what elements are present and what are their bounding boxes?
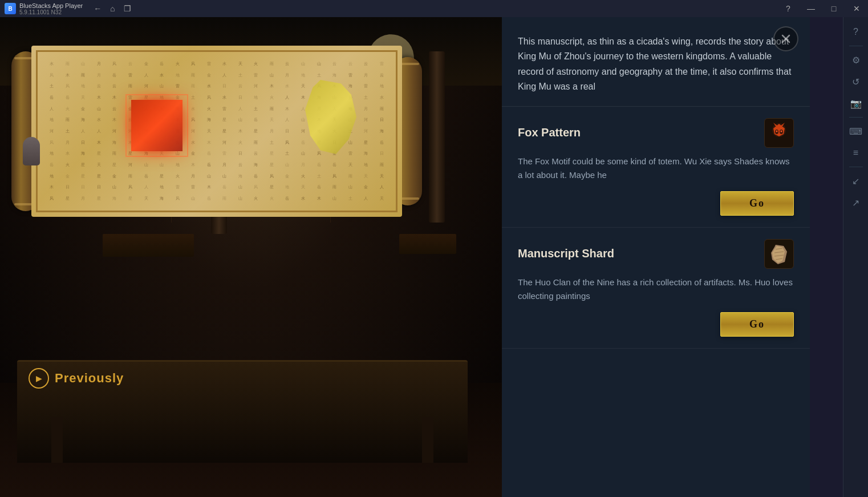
- title-nav: ← ⌂ ❐: [87, 2, 137, 15]
- item-card-fox-pattern: Fox Pattern: [502, 107, 810, 228]
- back-button[interactable]: ←: [91, 2, 104, 15]
- app-version: 5.9.11.1001 N32: [19, 9, 83, 15]
- home-button[interactable]: ⌂: [106, 2, 119, 15]
- main-container: 水雨山月风云金岳火风雷水天火雨云山山云云云雷风木雨月岳雷人水地雨金人土雷山月地土…: [0, 17, 811, 497]
- app-logo: B BlueStacks App Player 5.9.11.1001 N32: [0, 2, 87, 15]
- sidebar-menu-icon[interactable]: ≡: [846, 143, 866, 163]
- jade-shape: [305, 80, 356, 154]
- right-panel: This manuscript, as thin as a cicada's w…: [502, 17, 810, 497]
- app-name: BlueStacks App Player: [19, 2, 83, 9]
- maximize-button[interactable]: □: [822, 0, 845, 17]
- sidebar-screenshot-icon[interactable]: 📷: [846, 93, 866, 114]
- sidebar-arrow-up-icon[interactable]: ↗: [846, 192, 866, 213]
- window-controls: ? — □ ✕: [777, 0, 868, 17]
- scroll-paper: 水雨山月风云金岳火风雷水天火雨云山山云云云雷风木雨月岳雷人水地雨金人土雷山月地土…: [31, 46, 402, 217]
- close-button[interactable]: ✕: [845, 0, 868, 17]
- sidebar-divider-1: [849, 46, 863, 46]
- play-circle-icon: ▶: [29, 368, 49, 389]
- fox-icon-svg: [768, 122, 790, 144]
- manuscript-shard-footer: Go: [518, 312, 794, 337]
- manuscript-shard-description: The Huo Clan of the Nine has a rich coll…: [518, 276, 794, 303]
- previously-label: Previously: [55, 371, 124, 386]
- bench-right: [399, 234, 456, 254]
- fox-pattern-title: Fox Pattern: [518, 126, 757, 139]
- previously-button[interactable]: ▶ Previously: [29, 368, 124, 389]
- item-header-fox: Fox Pattern: [518, 118, 794, 148]
- sidebar-rotate-icon[interactable]: ↺: [846, 71, 866, 92]
- scroll-document: 水雨山月风云金岳火风雷水天火雨云山山云云云雷风木雨月岳雷人水地雨金人土雷山月地土…: [11, 40, 422, 223]
- manuscript-shard-icon: [764, 239, 794, 269]
- sidebar-arrow-down-icon[interactable]: ↙: [846, 171, 866, 191]
- item-card-manuscript-shard: Manuscript Shard: [502, 228, 810, 349]
- sidebar-divider-3: [849, 167, 863, 167]
- manuscript-shard-title: Manuscript Shard: [518, 247, 757, 260]
- sidebar-help-icon[interactable]: ?: [846, 22, 866, 42]
- manuscript-shard-go-button[interactable]: Go: [720, 312, 794, 337]
- item-header-manuscript: Manuscript Shard: [518, 239, 794, 269]
- fox-pattern-icon: [764, 118, 794, 148]
- sidebar-settings-icon[interactable]: ⚙: [846, 50, 866, 70]
- sidebar-divider-2: [849, 117, 863, 118]
- manuscript-icon-svg: [768, 243, 790, 265]
- sidebar-keyboard-icon[interactable]: ⌨: [846, 121, 866, 142]
- help-button[interactable]: ?: [777, 0, 800, 17]
- svg-point-10: [772, 123, 786, 137]
- bluestacks-sidebar: ? ⚙ ↺ 📷 ⌨ ≡ ↙ ↗: [843, 17, 868, 497]
- minimize-button[interactable]: —: [800, 0, 822, 17]
- panel-close-button[interactable]: [773, 26, 798, 51]
- jade-fragment-scroll: [305, 80, 356, 154]
- game-viewport[interactable]: 水雨山月风云金岳火风雷水天火雨云山山云云云雷风木雨月岳雷人水地雨金人土雷山月地土…: [0, 17, 502, 497]
- description-area: This manuscript, as thin as a cicada's w…: [502, 17, 810, 107]
- description-text: This manuscript, as thin as a cicada's w…: [518, 34, 794, 95]
- fox-pattern-description: The Fox Motif could be some kind of tote…: [518, 155, 794, 182]
- fox-pattern-scroll: [123, 91, 191, 160]
- x-close-icon: [780, 33, 792, 45]
- fox-pattern-footer: Go: [518, 191, 794, 216]
- items-list: Fox Pattern: [502, 107, 810, 497]
- fox-pattern-go-button[interactable]: Go: [720, 191, 794, 216]
- bench-left: [103, 234, 194, 257]
- duplicate-button[interactable]: ❐: [120, 2, 134, 15]
- figurine: [23, 137, 40, 165]
- pillar-right: [429, 51, 445, 223]
- title-bar: B BlueStacks App Player 5.9.11.1001 N32 …: [0, 0, 868, 17]
- bluestacks-logo-icon: B: [5, 3, 16, 14]
